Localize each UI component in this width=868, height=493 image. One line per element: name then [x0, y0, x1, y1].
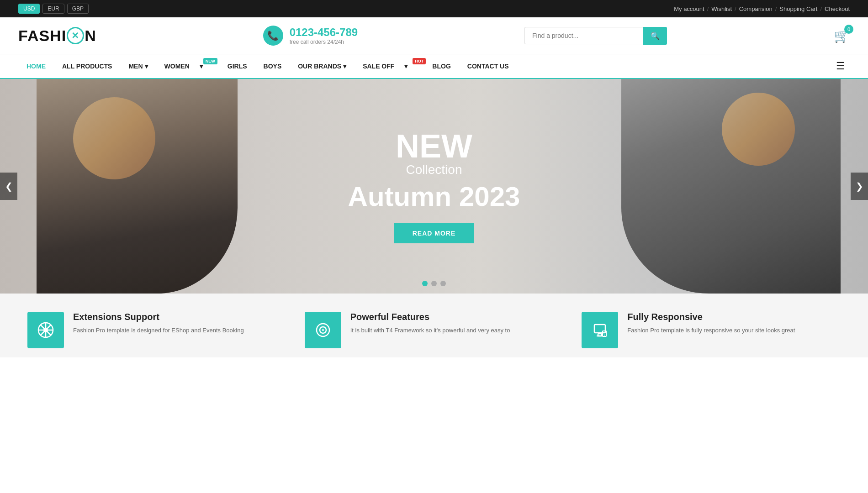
- hero-dot-2[interactable]: [431, 281, 437, 286]
- hamburger-menu[interactable]: ☰: [831, 56, 850, 77]
- top-navigation: My account / Wishlist / Comparision / Sh…: [674, 5, 850, 12]
- feature-extensions: Extensions Support Fashion Pro template …: [18, 307, 296, 353]
- phone-section: 📞 0123-456-789 free call orders 24/24h: [263, 26, 358, 46]
- main-navigation: HOME ALL PRODUCTS MEN ▾ WOMEN NEW ▾ GIRL…: [0, 54, 868, 79]
- powerful-title: Powerful Features: [350, 312, 510, 322]
- hero-dot-3[interactable]: [440, 281, 446, 286]
- hero-slider: NEW Collection Autumn 2023 READ MORE ❮ ❯: [0, 79, 868, 294]
- nav-item-our-brands[interactable]: OUR BRANDS ▾: [290, 54, 355, 78]
- logo-icon: ✕: [67, 27, 84, 44]
- responsive-text: Fully Responsive Fashion Pro template is…: [627, 312, 795, 336]
- hero-background: NEW Collection Autumn 2023 READ MORE: [0, 79, 868, 294]
- hero-subtitle: Collection: [348, 163, 520, 177]
- nav-item-women[interactable]: WOMEN NEW ▾: [156, 54, 219, 78]
- model-left-container: [37, 79, 238, 294]
- responsive-icon: [582, 312, 618, 348]
- search-input[interactable]: [524, 27, 643, 44]
- new-badge: NEW: [203, 58, 217, 64]
- powerful-desc: It is built with T4 Framework so it's po…: [350, 326, 510, 336]
- hero-title: Autumn 2023: [348, 181, 520, 212]
- svg-rect-9: [594, 325, 605, 333]
- feature-responsive: Fully Responsive Fashion Pro template is…: [572, 307, 850, 353]
- nav-item-all-products[interactable]: ALL PRODUCTS: [54, 54, 120, 78]
- extensions-desc: Fashion Pro template is designed for ESh…: [73, 326, 244, 336]
- currency-group: USD EUR GBP: [18, 4, 89, 14]
- svg-point-8: [322, 329, 324, 331]
- model-left-head: [73, 97, 155, 179]
- site-logo[interactable]: FASHI ✕ N: [18, 27, 96, 45]
- shopping-cart-link[interactable]: Shopping Cart: [779, 5, 817, 12]
- logo-text-pre: FASHI: [18, 27, 66, 45]
- cart-area[interactable]: 🛒 0: [834, 28, 850, 43]
- responsive-desc: Fashion Pro template is fully responsive…: [627, 326, 795, 336]
- search-bar: 🔍: [524, 27, 667, 45]
- cart-badge: 0: [844, 25, 853, 34]
- nav-item-boys[interactable]: BOYS: [255, 54, 290, 78]
- feature-powerful: Powerful Features It is built with T4 Fr…: [296, 307, 573, 353]
- nav-item-home[interactable]: HOME: [18, 54, 54, 78]
- currency-eur[interactable]: EUR: [42, 4, 64, 14]
- comparision-link[interactable]: Comparision: [739, 5, 773, 12]
- nav-item-blog[interactable]: BLOG: [424, 54, 459, 78]
- phone-number: 0123-456-789: [290, 26, 358, 39]
- chevron-down-icon: ▾: [145, 63, 148, 70]
- hero-prev-button[interactable]: ❮: [0, 173, 17, 200]
- features-section: Extensions Support Fashion Pro template …: [0, 294, 868, 357]
- hero-dot-1[interactable]: [422, 281, 428, 286]
- checkout-link[interactable]: Checkout: [825, 5, 850, 12]
- model-right-container: [621, 79, 841, 294]
- phone-subtitle: free call orders 24/24h: [290, 39, 358, 45]
- hero-tag: NEW: [348, 130, 520, 163]
- extensions-text: Extensions Support Fashion Pro template …: [73, 312, 244, 336]
- hero-cta-button[interactable]: READ MORE: [394, 223, 474, 243]
- currency-gbp[interactable]: GBP: [67, 4, 89, 14]
- top-bar: USD EUR GBP My account / Wishlist / Comp…: [0, 0, 868, 17]
- chevron-down-icon-sale: ▾: [404, 63, 408, 70]
- site-header: FASHI ✕ N 📞 0123-456-789 free call order…: [0, 17, 868, 54]
- chevron-down-icon-brands: ▾: [343, 63, 346, 70]
- chevron-down-icon-women: ▾: [200, 63, 203, 70]
- currency-usd[interactable]: USD: [18, 4, 40, 14]
- powerful-text: Powerful Features It is built with T4 Fr…: [350, 312, 510, 336]
- hero-next-button[interactable]: ❯: [851, 173, 868, 200]
- nav-item-contact-us[interactable]: CONTACT US: [459, 54, 517, 78]
- logo-text-post: N: [85, 27, 96, 45]
- search-button[interactable]: 🔍: [643, 27, 667, 45]
- phone-icon: 📞: [263, 26, 283, 46]
- nav-item-men[interactable]: MEN ▾: [120, 54, 156, 78]
- hero-dots: [422, 281, 446, 286]
- nav-item-girls[interactable]: GIRLS: [219, 54, 255, 78]
- nav-item-sale-off[interactable]: SALE OFF HOT ▾: [355, 54, 424, 78]
- extensions-title: Extensions Support: [73, 312, 244, 322]
- wishlist-link[interactable]: Wishlist: [711, 5, 732, 12]
- extensions-icon: [27, 312, 64, 348]
- my-account-link[interactable]: My account: [674, 5, 704, 12]
- powerful-icon: [305, 312, 341, 348]
- hero-content: NEW Collection Autumn 2023 READ MORE: [348, 130, 520, 243]
- responsive-title: Fully Responsive: [627, 312, 795, 322]
- model-right-head: [722, 93, 795, 166]
